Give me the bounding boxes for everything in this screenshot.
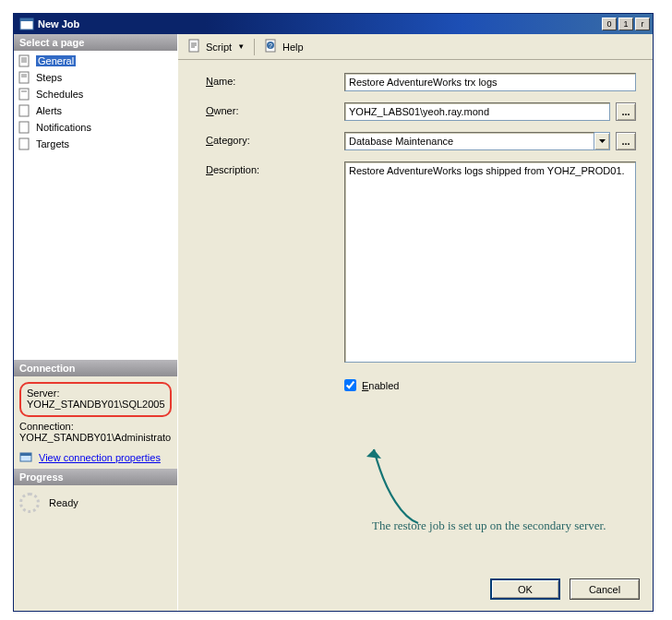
script-icon xyxy=(187,39,202,55)
connection-value: YOHZ_STANDBY01\Administrato xyxy=(19,432,172,443)
svg-marker-21 xyxy=(366,449,381,459)
svg-marker-20 xyxy=(599,139,606,143)
svg-rect-11 xyxy=(19,105,29,116)
page-item-general[interactable]: General xyxy=(16,53,175,69)
name-input[interactable] xyxy=(344,73,636,91)
page-icon xyxy=(18,87,32,101)
page-item-notifications[interactable]: Notifications xyxy=(16,119,175,136)
connection-block: Server: YOHZ_STANDBY01\SQL2005 Connectio… xyxy=(14,376,177,469)
page-label: Schedules xyxy=(36,89,83,100)
page-icon xyxy=(18,120,32,135)
toolbar-separator xyxy=(254,39,255,55)
enabled-checkbox[interactable] xyxy=(344,379,356,391)
svg-rect-12 xyxy=(19,122,29,133)
connection-label: Connection: xyxy=(19,421,172,432)
connection-properties-icon xyxy=(19,450,34,465)
help-button[interactable]: ? Help xyxy=(264,39,304,55)
combo-dropdown-button[interactable] xyxy=(594,132,610,150)
description-textarea[interactable] xyxy=(344,161,636,363)
maximize-button[interactable]: 1 xyxy=(618,18,633,30)
svg-rect-2 xyxy=(19,55,29,66)
category-combo[interactable] xyxy=(344,132,610,150)
svg-rect-15 xyxy=(20,453,31,456)
form-area: Name: Owner: ... Category: ... xyxy=(178,60,653,410)
svg-rect-13 xyxy=(19,138,29,149)
ok-button[interactable]: OK xyxy=(490,578,560,600)
help-label: Help xyxy=(282,42,304,53)
minimize-button[interactable]: 0 xyxy=(602,18,617,30)
progress-header: Progress xyxy=(14,469,177,485)
server-value: YOHZ_STANDBY01\SQL2005 xyxy=(27,399,164,410)
page-icon xyxy=(18,54,32,68)
svg-rect-9 xyxy=(19,89,29,100)
page-label: Alerts xyxy=(36,105,62,116)
script-button[interactable]: Script ▼ xyxy=(187,39,245,55)
annotation-arrow xyxy=(354,431,437,532)
page-label: Notifications xyxy=(36,122,91,133)
page-icon xyxy=(18,103,32,118)
page-label: Steps xyxy=(36,72,62,83)
progress-spinner-icon xyxy=(19,493,40,513)
new-job-dialog: New Job 0 1 r Select a page General Step… xyxy=(13,13,654,612)
left-pane: Select a page General Steps Schedules Al… xyxy=(14,34,178,611)
view-connection-properties-link[interactable]: View connection properties xyxy=(39,452,161,463)
progress-status: Ready xyxy=(49,497,78,508)
page-icon xyxy=(18,70,32,85)
page-item-alerts[interactable]: Alerts xyxy=(16,102,175,119)
svg-text:?: ? xyxy=(269,42,272,49)
page-label: General xyxy=(36,55,76,66)
titlebar[interactable]: New Job 0 1 r xyxy=(14,14,653,34)
script-label: Script xyxy=(206,42,232,53)
connection-header: Connection xyxy=(14,360,177,376)
category-browse-button[interactable]: ... xyxy=(616,132,636,150)
server-label: Server: xyxy=(27,388,164,399)
page-icon xyxy=(18,137,32,151)
dropdown-arrow-icon: ▼ xyxy=(237,42,245,51)
owner-label: Owner: xyxy=(206,102,344,116)
page-label: Targets xyxy=(36,138,69,149)
svg-rect-1 xyxy=(20,18,33,21)
name-label: Name: xyxy=(206,73,344,87)
app-icon xyxy=(19,17,34,31)
help-icon: ? xyxy=(264,39,279,55)
enabled-label: Enabled xyxy=(362,380,399,391)
page-list: General Steps Schedules Alerts Notificat… xyxy=(14,51,177,360)
cancel-button[interactable]: Cancel xyxy=(570,578,640,600)
annotation-text: The restore job is set up on the seconda… xyxy=(372,519,672,533)
page-item-targets[interactable]: Targets xyxy=(16,136,175,152)
page-item-schedules[interactable]: Schedules xyxy=(16,86,175,102)
svg-rect-6 xyxy=(19,72,29,83)
server-highlight-box: Server: YOHZ_STANDBY01\SQL2005 xyxy=(19,382,172,417)
window-title: New Job xyxy=(38,18,602,30)
category-label: Category: xyxy=(206,132,344,146)
description-label: Description: xyxy=(206,161,344,175)
owner-input[interactable] xyxy=(344,102,610,121)
page-item-steps[interactable]: Steps xyxy=(16,69,175,86)
toolbar: Script ▼ ? Help xyxy=(178,34,653,60)
close-button[interactable]: r xyxy=(635,18,650,30)
right-pane: Script ▼ ? Help Name: Owner: ... xyxy=(178,34,653,611)
name-label-text: ame: xyxy=(213,76,235,87)
category-value[interactable] xyxy=(344,132,594,150)
owner-browse-button[interactable]: ... xyxy=(616,102,636,121)
dialog-button-row: OK Cancel xyxy=(490,578,640,600)
progress-block: Ready xyxy=(14,485,177,520)
select-page-header: Select a page xyxy=(14,34,177,51)
